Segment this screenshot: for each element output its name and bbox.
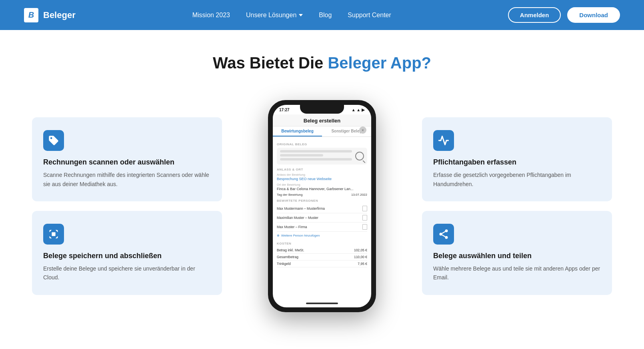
svg-point-3 (445, 236, 448, 239)
svg-rect-0 (52, 232, 55, 236)
feature-desc-save: Erstelle deine Belege und speichere sie … (43, 264, 211, 282)
phone-cost-3: Trinkgeld 7,95 € (277, 261, 367, 267)
navbar: B Beleger Mission 2023 Unsere Lösungen B… (0, 0, 644, 30)
logo-text: Beleger (43, 10, 76, 20)
phone-section-persons: BEWIRTETE PERSONEN (277, 199, 367, 203)
phone-time: 17:27 (279, 108, 290, 112)
share-icon (438, 229, 449, 240)
feature-desc-share: Wähle mehrere Belege aus und teile sie m… (433, 264, 601, 282)
right-features: Pflichtangaben erfassen Erfasse die gese… (422, 117, 612, 295)
phone-person-3: Max Muster – Firma (277, 223, 367, 232)
phone-trash-icon-2[interactable] (362, 215, 367, 221)
phone-header-title: Beleg erstellen (273, 114, 371, 126)
phone-cost-1: Betrag inkl. MwSt. 102,05 € (277, 247, 367, 254)
svg-line-4 (442, 235, 445, 237)
nav-link-loesungen[interactable]: Unsere Lösungen (246, 12, 303, 19)
feature-title-save: Belege speichern und abschließen (43, 252, 211, 260)
feature-card-required: Pflichtangaben erfassen Erfasse die gese… (422, 117, 612, 201)
phone-add-person-btn[interactable]: ⊕ Weitere Person hinzufügen (277, 232, 367, 239)
svg-point-1 (445, 229, 448, 232)
share-icon-box (433, 224, 454, 245)
phone-signals: ▲ ▲ ▶ (352, 108, 365, 112)
chevron-down-icon (299, 14, 303, 16)
chart-icon (438, 135, 449, 146)
phone-home-indicator (306, 303, 338, 304)
phone-cost-2: Gesamtbetrag 110,00 € (277, 254, 367, 261)
phone-notch (300, 105, 344, 114)
left-features: Rechnungen scannen oder auswählen Scanne… (32, 117, 222, 295)
nav-links: Mission 2023 Unsere Lösungen Blog Suppor… (192, 12, 391, 19)
svg-point-2 (440, 233, 442, 236)
phone-trash-icon-1[interactable] (362, 206, 367, 211)
phone-field-ort: Ort der Bewirtung Finca & Bar Celona Han… (277, 183, 367, 191)
feature-title-required: Pflichtangaben erfassen (433, 158, 601, 166)
phone-trash-icon-3[interactable] (362, 224, 367, 230)
scan-icon-box (43, 130, 64, 151)
phone-field-datum: Tag der Bewirtung 13.07.2022 (277, 193, 367, 197)
feature-card-scan: Rechnungen scannen oder auswählen Scanne… (32, 117, 222, 201)
phone-section-kosten: KOSTEN (277, 242, 367, 245)
nav-logo-area: B Beleger (24, 8, 76, 22)
phone-field-anlass: Anlass der Bewirtung Besprechung SEO neu… (277, 173, 367, 181)
feature-desc-scan: Scanne Rechnungen mithilfe des integrier… (43, 170, 211, 189)
phone-section-anlass: ANLASS & ORT (277, 168, 367, 171)
phone-magnifier-icon[interactable] (355, 152, 364, 160)
nav-actions: Anmelden Download (508, 7, 620, 23)
phone-content: ORIGINAL BELEG ANLASS & ORT (273, 137, 371, 271)
save-icon-box (43, 224, 64, 245)
feature-card-save: Belege speichern und abschließen Erstell… (32, 211, 222, 295)
phone-tab-bewirtung[interactable]: Bewirtungsbeleg (273, 126, 322, 136)
feature-title-share: Belege auswählen und teilen (433, 252, 601, 260)
phone-person-1: Max Mustermann – Musterfirma (277, 204, 367, 213)
phone-outer: 17:27 ▲ ▲ ▶ Beleg erstellen × Bewirtungs… (268, 100, 376, 312)
download-button[interactable]: Download (567, 7, 620, 23)
main-content: Was Bietet Die Beleger App? Rechnungen s… (0, 30, 644, 344)
logo-icon: B (24, 8, 38, 22)
plus-circle-icon: ⊕ (277, 234, 280, 237)
svg-line-5 (442, 232, 445, 234)
feature-title-scan: Rechnungen scannen oder auswählen (43, 158, 211, 166)
phone-close-icon[interactable]: × (359, 126, 366, 134)
save-icon (48, 229, 59, 240)
nav-link-mission[interactable]: Mission 2023 (192, 12, 230, 19)
required-icon-box (433, 130, 454, 151)
phone-section-original: ORIGINAL BELEG (277, 142, 367, 146)
phone-receipt-preview (277, 148, 367, 164)
anmelden-button[interactable]: Anmelden (508, 7, 561, 23)
phone-tabs: Bewirtungsbeleg Sonstiger Beleg (273, 126, 371, 137)
tag-icon (48, 135, 59, 146)
feature-desc-required: Erfasse die gesetzlich vorgegebenen Pfli… (433, 170, 601, 189)
phone-screen: 17:27 ▲ ▲ ▶ Beleg erstellen × Bewirtungs… (273, 105, 371, 307)
nav-link-blog[interactable]: Blog (319, 12, 332, 19)
feature-card-share: Belege auswählen und teilen Wähle mehrer… (422, 211, 612, 295)
page-title: Was Bietet Die Beleger App? (32, 54, 612, 72)
features-grid: Rechnungen scannen oder auswählen Scanne… (32, 100, 612, 312)
phone-mockup-container: 17:27 ▲ ▲ ▶ Beleg erstellen × Bewirtungs… (238, 100, 406, 312)
nav-link-support[interactable]: Support Center (348, 12, 391, 19)
phone-person-2: Maximilian Muster – Muster (277, 213, 367, 223)
